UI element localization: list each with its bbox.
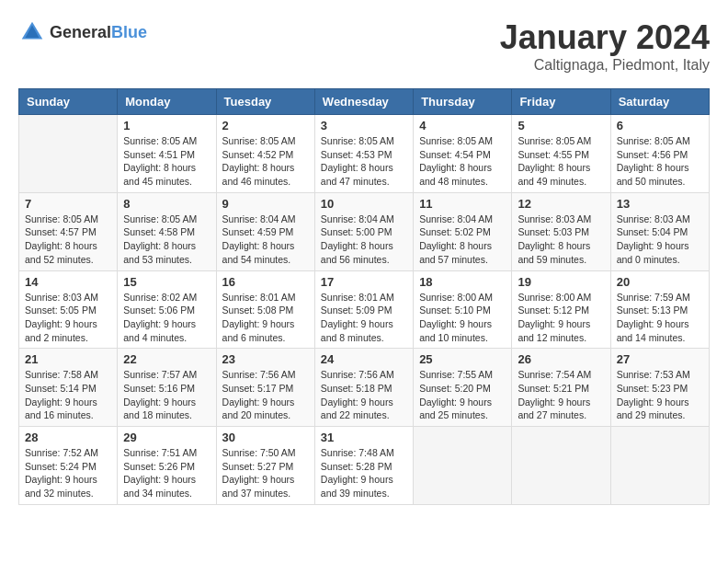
- day-info: Sunrise: 8:05 AM Sunset: 4:55 PM Dayligh…: [518, 134, 604, 189]
- calendar-body: 1Sunrise: 8:05 AM Sunset: 4:51 PM Daylig…: [19, 115, 710, 505]
- day-info: Sunrise: 7:50 AM Sunset: 5:27 PM Dayligh…: [222, 446, 309, 500]
- calendar-cell: 20Sunrise: 7:59 AM Sunset: 5:13 PM Dayli…: [610, 270, 709, 349]
- weekday-header-wednesday: Wednesday: [314, 89, 413, 115]
- day-number: 2: [222, 119, 309, 132]
- day-info: Sunrise: 8:05 AM Sunset: 4:52 PM Dayligh…: [222, 134, 309, 189]
- day-number: 7: [25, 197, 111, 211]
- day-number: 29: [123, 431, 210, 444]
- calendar-cell: 11Sunrise: 8:04 AM Sunset: 5:02 PM Dayli…: [414, 192, 512, 270]
- weekday-header-saturday: Saturday: [610, 89, 709, 115]
- calendar-week-2: 7Sunrise: 8:05 AM Sunset: 4:57 PM Daylig…: [19, 192, 710, 270]
- logo: GeneralBlue: [18, 18, 147, 46]
- logo-icon: [18, 18, 46, 46]
- weekday-header-sunday: Sunday: [19, 89, 118, 115]
- page-header: GeneralBlue January 2024 Caltignaga, Pie…: [18, 18, 710, 74]
- day-number: 18: [419, 275, 506, 289]
- title-area: January 2024 Caltignaga, Piedmont, Italy: [500, 18, 710, 74]
- day-number: 19: [518, 275, 604, 289]
- calendar-cell: 31Sunrise: 7:48 AM Sunset: 5:28 PM Dayli…: [314, 427, 413, 505]
- calendar-week-1: 1Sunrise: 8:05 AM Sunset: 4:51 PM Daylig…: [19, 115, 710, 193]
- day-info: Sunrise: 7:53 AM Sunset: 5:23 PM Dayligh…: [617, 368, 703, 422]
- day-info: Sunrise: 8:05 AM Sunset: 4:56 PM Dayligh…: [617, 134, 703, 189]
- calendar-cell: 30Sunrise: 7:50 AM Sunset: 5:27 PM Dayli…: [216, 427, 314, 505]
- calendar-cell: 16Sunrise: 8:01 AM Sunset: 5:08 PM Dayli…: [216, 270, 314, 349]
- day-number: 13: [617, 197, 703, 211]
- calendar-cell: 29Sunrise: 7:51 AM Sunset: 5:26 PM Dayli…: [118, 427, 216, 505]
- calendar-cell: 1Sunrise: 8:05 AM Sunset: 4:51 PM Daylig…: [118, 115, 216, 193]
- day-number: 5: [518, 119, 604, 132]
- calendar-cell: 6Sunrise: 8:05 AM Sunset: 4:56 PM Daylig…: [610, 115, 709, 193]
- day-number: 25: [419, 352, 506, 366]
- day-number: 3: [321, 119, 407, 132]
- weekday-header-thursday: Thursday: [414, 89, 512, 115]
- day-number: 1: [123, 119, 210, 132]
- day-number: 30: [222, 431, 309, 444]
- day-info: Sunrise: 7:58 AM Sunset: 5:14 PM Dayligh…: [25, 368, 111, 422]
- day-number: 24: [321, 352, 407, 366]
- day-number: 28: [25, 431, 111, 444]
- day-info: Sunrise: 8:05 AM Sunset: 4:58 PM Dayligh…: [123, 213, 210, 267]
- calendar-cell: [19, 115, 118, 193]
- day-info: Sunrise: 8:01 AM Sunset: 5:09 PM Dayligh…: [321, 291, 407, 345]
- calendar-cell: 25Sunrise: 7:55 AM Sunset: 5:20 PM Dayli…: [414, 349, 512, 427]
- calendar-cell: 26Sunrise: 7:54 AM Sunset: 5:21 PM Dayli…: [512, 349, 610, 427]
- day-number: 11: [419, 197, 506, 211]
- calendar-cell: [610, 427, 709, 505]
- calendar-cell: 19Sunrise: 8:00 AM Sunset: 5:12 PM Dayli…: [512, 270, 610, 349]
- calendar-cell: 3Sunrise: 8:05 AM Sunset: 4:53 PM Daylig…: [314, 115, 413, 193]
- day-info: Sunrise: 8:04 AM Sunset: 4:59 PM Dayligh…: [222, 213, 309, 267]
- day-info: Sunrise: 7:56 AM Sunset: 5:17 PM Dayligh…: [222, 368, 309, 422]
- day-number: 12: [518, 197, 604, 211]
- day-number: 4: [419, 119, 506, 132]
- day-info: Sunrise: 8:03 AM Sunset: 5:04 PM Dayligh…: [617, 213, 703, 267]
- calendar-cell: 12Sunrise: 8:03 AM Sunset: 5:03 PM Dayli…: [512, 192, 610, 270]
- day-info: Sunrise: 8:05 AM Sunset: 4:53 PM Dayligh…: [321, 134, 407, 189]
- logo-general-text: General: [50, 23, 111, 41]
- day-info: Sunrise: 8:00 AM Sunset: 5:10 PM Dayligh…: [419, 291, 506, 345]
- day-number: 27: [617, 352, 703, 366]
- calendar-cell: [512, 427, 610, 505]
- day-info: Sunrise: 8:04 AM Sunset: 5:00 PM Dayligh…: [321, 213, 407, 267]
- calendar-cell: [414, 427, 512, 505]
- day-number: 8: [123, 197, 210, 211]
- calendar-cell: 22Sunrise: 7:57 AM Sunset: 5:16 PM Dayli…: [118, 349, 216, 427]
- calendar-cell: 4Sunrise: 8:05 AM Sunset: 4:54 PM Daylig…: [414, 115, 512, 193]
- day-info: Sunrise: 7:48 AM Sunset: 5:28 PM Dayligh…: [321, 446, 407, 500]
- day-number: 31: [321, 431, 407, 444]
- day-info: Sunrise: 8:00 AM Sunset: 5:12 PM Dayligh…: [518, 291, 604, 345]
- calendar-cell: 18Sunrise: 8:00 AM Sunset: 5:10 PM Dayli…: [414, 270, 512, 349]
- calendar-week-3: 14Sunrise: 8:03 AM Sunset: 5:05 PM Dayli…: [19, 270, 710, 349]
- calendar-cell: 5Sunrise: 8:05 AM Sunset: 4:55 PM Daylig…: [512, 115, 610, 193]
- day-info: Sunrise: 8:04 AM Sunset: 5:02 PM Dayligh…: [419, 213, 506, 267]
- day-info: Sunrise: 8:05 AM Sunset: 4:54 PM Dayligh…: [419, 134, 506, 189]
- calendar-cell: 9Sunrise: 8:04 AM Sunset: 4:59 PM Daylig…: [216, 192, 314, 270]
- day-number: 9: [222, 197, 309, 211]
- day-info: Sunrise: 8:03 AM Sunset: 5:05 PM Dayligh…: [25, 291, 111, 345]
- day-info: Sunrise: 8:05 AM Sunset: 4:57 PM Dayligh…: [25, 213, 111, 267]
- weekday-header-row: SundayMondayTuesdayWednesdayThursdayFrid…: [19, 89, 710, 115]
- day-number: 20: [617, 275, 703, 289]
- day-number: 23: [222, 352, 309, 366]
- calendar-cell: 28Sunrise: 7:52 AM Sunset: 5:24 PM Dayli…: [19, 427, 118, 505]
- calendar-cell: 8Sunrise: 8:05 AM Sunset: 4:58 PM Daylig…: [118, 192, 216, 270]
- day-info: Sunrise: 8:03 AM Sunset: 5:03 PM Dayligh…: [518, 213, 604, 267]
- day-info: Sunrise: 8:02 AM Sunset: 5:06 PM Dayligh…: [123, 291, 210, 345]
- logo-blue-text: Blue: [111, 23, 147, 41]
- day-info: Sunrise: 8:05 AM Sunset: 4:51 PM Dayligh…: [123, 134, 210, 189]
- day-number: 10: [321, 197, 407, 211]
- day-number: 6: [617, 119, 703, 132]
- day-info: Sunrise: 7:59 AM Sunset: 5:13 PM Dayligh…: [617, 291, 703, 345]
- day-number: 21: [25, 352, 111, 366]
- calendar-cell: 2Sunrise: 8:05 AM Sunset: 4:52 PM Daylig…: [216, 115, 314, 193]
- calendar-cell: 24Sunrise: 7:56 AM Sunset: 5:18 PM Dayli…: [314, 349, 413, 427]
- day-number: 17: [321, 275, 407, 289]
- calendar-cell: 13Sunrise: 8:03 AM Sunset: 5:04 PM Dayli…: [610, 192, 709, 270]
- calendar-header: SundayMondayTuesdayWednesdayThursdayFrid…: [19, 89, 710, 115]
- day-number: 14: [25, 275, 111, 289]
- day-info: Sunrise: 7:51 AM Sunset: 5:26 PM Dayligh…: [123, 446, 210, 500]
- calendar-cell: 23Sunrise: 7:56 AM Sunset: 5:17 PM Dayli…: [216, 349, 314, 427]
- calendar-week-4: 21Sunrise: 7:58 AM Sunset: 5:14 PM Dayli…: [19, 349, 710, 427]
- day-info: Sunrise: 7:57 AM Sunset: 5:16 PM Dayligh…: [123, 368, 210, 422]
- day-number: 22: [123, 352, 210, 366]
- calendar-cell: 15Sunrise: 8:02 AM Sunset: 5:06 PM Dayli…: [118, 270, 216, 349]
